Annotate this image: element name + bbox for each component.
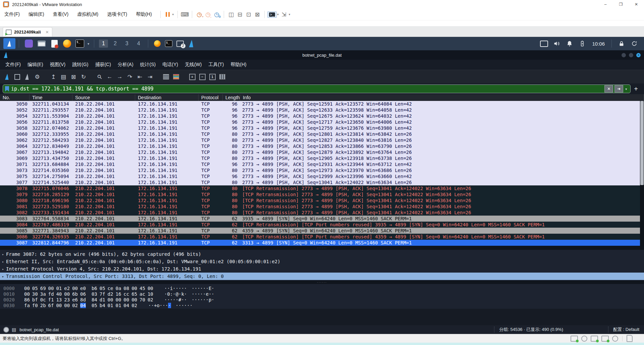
notifications-bell-icon[interactable] <box>566 40 574 48</box>
close-icon[interactable]: ✕ <box>636 53 641 57</box>
window-group-icon[interactable]: 2 <box>176 40 184 47</box>
vmware-menu-item-0[interactable]: 文件(F) <box>0 11 24 17</box>
packet-row[interactable]: 3084322767.486319210.22.204.101172.16.13… <box>0 222 644 228</box>
minimize-icon[interactable]: – <box>598 0 613 9</box>
pause-dropdown-icon[interactable]: ▾ <box>172 13 174 16</box>
kali-menu-button[interactable] <box>3 38 15 49</box>
packet-row[interactable]: 3080322718.696196210.22.204.101172.16.13… <box>0 197 644 204</box>
display-filter-input[interactable]: ip.dst == 172.16.134.191 && tcp.dstport … <box>3 84 631 93</box>
close-icon[interactable]: ✕ <box>629 0 644 9</box>
zoom-out-icon[interactable]: − <box>197 72 207 81</box>
packet-row[interactable]: 3054322711.553904210.22.204.101172.16.13… <box>0 113 644 119</box>
maximize-icon[interactable]: ❐ <box>613 0 629 9</box>
detail-row[interactable]: ▸Transmission Control Protocol, Src Port… <box>0 273 644 280</box>
packet-row[interactable]: 3062322712.584293210.22.204.101172.16.13… <box>0 137 644 143</box>
display-icon[interactable] <box>540 40 548 48</box>
send-ctrl-alt-del-button[interactable]: ⌨ <box>180 10 189 18</box>
take-snapshot-button[interactable]: ◷+ <box>195 10 204 18</box>
pause-button[interactable] <box>163 10 172 18</box>
stretch-guest-button[interactable]: ⇲ <box>280 10 288 18</box>
close-file-icon[interactable]: ⊠ <box>68 72 78 81</box>
terminal-launcher-icon[interactable] <box>24 39 33 48</box>
console-view-button[interactable]: >_ <box>267 11 277 18</box>
unity-mode-button[interactable]: ⊠ <box>253 10 262 18</box>
wireshark-menu-item-6[interactable]: 统计(S) <box>137 62 159 68</box>
packet-row[interactable]: 3058322712.074062210.22.204.101172.16.13… <box>0 125 644 131</box>
pane-splitter[interactable]: ······ <box>0 281 644 284</box>
packet-list-scrollbar[interactable] <box>640 101 644 246</box>
packet-row[interactable]: 3071322713.684884210.22.204.101172.16.13… <box>0 161 644 167</box>
expand-arrow-icon[interactable]: ▸ <box>0 252 6 256</box>
find-packet-icon[interactable]: ⚲ <box>95 72 105 81</box>
firefox-launcher-icon[interactable] <box>63 39 71 48</box>
wireshark-menu-item-8[interactable]: 无线(W) <box>181 62 205 68</box>
cd-rom-status-icon[interactable] <box>581 336 587 342</box>
wireshark-menu-item-5[interactable]: 分析(A) <box>114 62 137 68</box>
column-header-info[interactable]: Info <box>240 94 644 101</box>
terminal-window-icon[interactable]: $_ <box>165 40 172 47</box>
packet-row[interactable]: 3081322723.529180210.22.204.101172.16.13… <box>0 204 644 210</box>
open-file-icon[interactable]: ↥ <box>48 72 58 81</box>
wireshark-menu-item-0[interactable]: 文件(F) <box>2 62 24 68</box>
stop-capture-icon[interactable] <box>12 72 22 81</box>
expand-arrow-icon[interactable]: ▸ <box>0 275 6 278</box>
column-header-source[interactable]: Source <box>72 94 135 101</box>
detail-row[interactable]: ▸Frame 3087: 62 bytes on wire (496 bits)… <box>0 250 644 258</box>
firefox-window-icon[interactable] <box>154 40 161 47</box>
hex-row[interactable]: 00000005690001e200e0b605ce0a08004500··i·… <box>0 285 644 291</box>
column-header-no[interactable]: No. <box>0 94 30 101</box>
filter-dropdown-icon[interactable]: ▾ <box>625 87 627 91</box>
hex-row[interactable]: 002086bf0cf11323e68d84d1000000007002····… <box>0 297 644 302</box>
hard-disk-status-icon[interactable] <box>571 336 578 342</box>
power-icon[interactable] <box>630 40 638 48</box>
vmware-menu-item-5[interactable]: 帮助(H) <box>131 11 156 17</box>
console-dropdown-icon[interactable]: ▾ <box>277 13 279 16</box>
wireshark-menu-item-7[interactable]: 电话(Y) <box>159 62 181 68</box>
lock-icon[interactable] <box>618 40 626 48</box>
packet-row[interactable]: 3086322774.326935210.22.204.101172.16.13… <box>0 234 644 240</box>
pane-splitter[interactable]: ······ <box>0 246 644 250</box>
packet-row[interactable]: 3060322712.333955210.22.204.101172.16.13… <box>0 131 644 137</box>
column-header-destination[interactable]: Destination <box>135 94 199 101</box>
capture-options-icon[interactable]: ⚙ <box>32 72 42 81</box>
restart-capture-icon[interactable] <box>22 72 32 81</box>
packet-row[interactable]: 3050322711.043134210.22.204.101172.16.13… <box>0 101 644 107</box>
expert-info-icon[interactable] <box>3 327 9 333</box>
workspace-4[interactable]: 4 <box>134 40 143 48</box>
go-last-icon[interactable]: ⇥ <box>145 72 155 81</box>
auto-scroll-icon[interactable] <box>161 72 171 81</box>
go-first-icon[interactable]: ⇤ <box>135 72 145 81</box>
sound-status-icon[interactable] <box>601 336 609 342</box>
file-manager-launcher-icon[interactable] <box>37 39 46 48</box>
packet-row[interactable]: 3052322711.293557210.22.204.101172.16.13… <box>0 107 644 113</box>
profile-selector[interactable]: 配置 : Default <box>608 327 639 333</box>
workspace-3[interactable]: 3 <box>122 40 131 48</box>
packet-row[interactable]: 3077322714.525440210.22.204.101172.16.13… <box>0 179 644 185</box>
volume-icon[interactable] <box>553 40 561 48</box>
revert-snapshot-button[interactable]: ◷← <box>204 10 212 18</box>
vmware-menu-item-1[interactable]: 编辑(E) <box>24 11 49 17</box>
packet-row[interactable]: 3056322711.813758210.22.204.101172.16.13… <box>0 119 644 125</box>
tab-close-icon[interactable]: ✕ <box>46 30 49 35</box>
packet-row[interactable]: 3067322713.194842210.22.204.101172.16.13… <box>0 149 644 155</box>
vmware-menu-item-2[interactable]: 查看(V) <box>49 11 73 17</box>
terminal-session-icon[interactable]: $_ <box>75 39 84 48</box>
wireshark-window-icon[interactable] <box>188 40 195 47</box>
text-editor-launcher-icon[interactable] <box>50 39 59 48</box>
packet-row[interactable]: 3075322714.275094210.22.204.101172.16.13… <box>0 173 644 179</box>
expand-arrow-icon[interactable]: ▸ <box>0 267 6 271</box>
apply-filter-icon[interactable]: ➜ <box>614 85 623 93</box>
go-forward-icon[interactable]: → <box>115 72 125 81</box>
packet-row[interactable]: 3079322716.285129210.22.204.101172.16.13… <box>0 191 644 197</box>
zoom-original-icon[interactable]: 1 <box>207 72 217 81</box>
save-file-icon[interactable]: ▤ <box>58 72 68 81</box>
usb-status-icon[interactable] <box>612 336 618 342</box>
wireshark-menu-item-10[interactable]: 帮助(H) <box>227 62 250 68</box>
zoom-in-icon[interactable]: + <box>187 72 197 81</box>
network-adapter-status-icon[interactable] <box>591 336 598 342</box>
show-thumbnail-bar-button[interactable]: ⊟ <box>235 10 244 18</box>
chevron-down-icon[interactable]: ▾ <box>88 42 89 46</box>
wireshark-menu-item-4[interactable]: 捕获(C) <box>92 62 114 68</box>
show-library-button[interactable]: ◫ <box>227 10 235 18</box>
go-back-icon[interactable]: ← <box>105 72 115 81</box>
